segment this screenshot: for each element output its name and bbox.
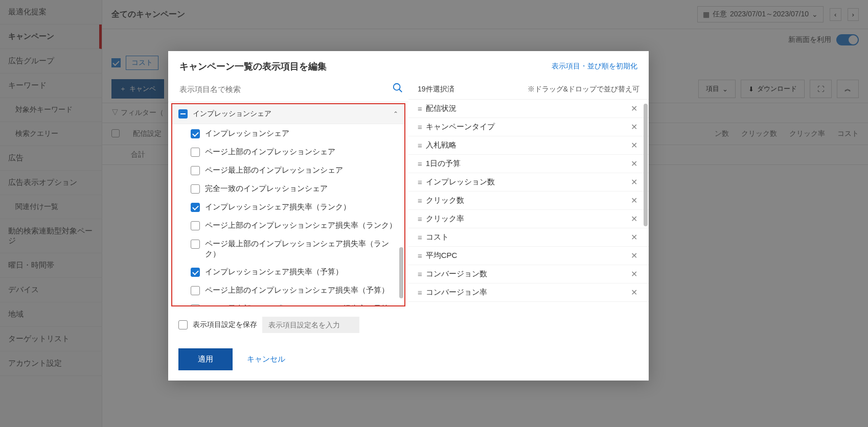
drag-handle-icon[interactable]: ≡ (418, 141, 421, 150)
column-option-row[interactable]: ページ上部のインプレッションシェア (172, 143, 404, 161)
column-option-label: インプレッションシェア損失率（予算） (205, 267, 343, 277)
column-option-row[interactable]: インプレッションシェア損失率（予算） (172, 263, 404, 281)
save-settings-checkbox[interactable] (178, 320, 188, 329)
column-option-checkbox[interactable] (191, 268, 200, 277)
remove-column-button[interactable]: ✕ (629, 251, 639, 260)
drag-handle-icon[interactable]: ≡ (418, 159, 421, 168)
remove-column-button[interactable]: ✕ (629, 104, 639, 113)
modal-title: キャンペーン一覧の表示項目を編集 (179, 60, 327, 73)
svg-point-0 (394, 84, 400, 90)
remove-column-button[interactable]: ✕ (629, 140, 639, 150)
selected-column-row[interactable]: ≡1日の予算✕ (408, 155, 649, 173)
selected-column-label: コンバージョン数 (426, 269, 487, 279)
remove-column-button[interactable]: ✕ (629, 288, 639, 297)
selected-column-row[interactable]: ≡クリック数✕ (408, 192, 649, 210)
column-option-label: ページ上部のインプレッションシェア (205, 147, 335, 157)
selected-column-row[interactable]: ≡コスト✕ (408, 228, 649, 247)
drag-handle-icon[interactable]: ≡ (418, 288, 421, 297)
column-option-row[interactable]: インプレッションシェア損失率（ランク） (172, 198, 404, 216)
svg-line-1 (399, 89, 402, 92)
column-option-label: ページ最上部のインプレッションシェア (205, 165, 343, 175)
reorder-note: ※ドラッグ&ドロップで並び替え可 (528, 85, 639, 94)
column-option-checkbox[interactable] (191, 129, 200, 138)
cancel-link[interactable]: キャンセル (247, 354, 285, 364)
drag-handle-icon[interactable]: ≡ (418, 196, 421, 205)
column-option-checkbox[interactable] (191, 304, 200, 306)
column-option-row[interactable]: ページ最上部のインプレッションシェア損失率（予算） (172, 299, 404, 306)
selected-column-label: 平均CPC (426, 251, 458, 260)
selected-column-label: コスト (426, 232, 449, 242)
drag-handle-icon[interactable]: ≡ (418, 251, 421, 260)
column-option-row[interactable]: ページ最上部のインプレッションシェア (172, 161, 404, 179)
edit-columns-modal: キャンペーン一覧の表示項目を編集 表示項目・並び順を初期化 インプレッションシェ… (168, 51, 649, 381)
drag-handle-icon[interactable]: ≡ (418, 270, 421, 278)
save-settings-label: 表示項目設定を保存 (193, 320, 257, 329)
selected-column-label: キャンペーンタイプ (426, 122, 495, 132)
available-columns-panel: インプレッションシェア ⌃ インプレッションシェアページ上部のインプレッションシ… (171, 103, 405, 306)
column-option-row[interactable]: インプレッションシェア (172, 124, 404, 143)
column-option-checkbox[interactable] (191, 221, 200, 230)
remove-column-button[interactable]: ✕ (629, 177, 639, 187)
selected-column-label: インプレッション数 (426, 177, 495, 187)
drag-handle-icon[interactable]: ≡ (418, 123, 421, 131)
column-option-checkbox[interactable] (191, 240, 200, 249)
drag-handle-icon[interactable]: ≡ (418, 178, 421, 186)
remove-column-button[interactable]: ✕ (629, 232, 639, 242)
selected-columns-panel: ≡配信状況✕≡キャンペーンタイプ✕≡入札戦略✕≡1日の予算✕≡インプレッション数… (408, 100, 649, 303)
search-icon[interactable] (392, 82, 403, 96)
column-search-input[interactable] (177, 82, 392, 97)
column-option-label: インプレッションシェア損失率（ランク） (205, 202, 351, 212)
column-option-checkbox[interactable] (191, 166, 200, 175)
selected-count: 19件選択済 (418, 85, 454, 94)
scrollbar[interactable] (399, 247, 403, 298)
column-option-row[interactable]: 完全一致のインプレッションシェア (172, 179, 404, 198)
column-option-label: 完全一致のインプレッションシェア (205, 183, 328, 194)
drag-handle-icon[interactable]: ≡ (418, 233, 421, 242)
remove-column-button[interactable]: ✕ (629, 196, 639, 205)
indeterminate-checkbox-icon[interactable] (178, 109, 188, 118)
selected-column-row[interactable]: ≡配信状況✕ (408, 100, 649, 118)
remove-column-button[interactable]: ✕ (629, 214, 639, 224)
column-option-checkbox[interactable] (191, 184, 200, 194)
selected-column-row[interactable]: ≡インプレッション数✕ (408, 173, 649, 192)
selected-column-label: 1日の予算 (426, 159, 461, 169)
selected-column-row[interactable]: ≡コンバージョン率✕ (408, 283, 649, 302)
column-option-checkbox[interactable] (191, 203, 200, 212)
column-option-label: ページ最上部のインプレッションシェア損失率（予算） (205, 303, 397, 306)
column-option-label: インプレッションシェア (205, 128, 289, 138)
selected-column-row[interactable]: ≡コンバージョン数✕ (408, 265, 649, 283)
column-option-row[interactable]: ページ上部のインプレッションシェア損失率（予算） (172, 281, 404, 299)
column-option-label: ページ最上部のインプレッションシェア損失率（ランク） (205, 239, 398, 258)
selected-column-label: クリック率 (426, 214, 464, 224)
category-header-impression-share[interactable]: インプレッションシェア ⌃ (172, 104, 404, 124)
selected-column-row[interactable]: ≡平均CPC✕ (408, 247, 649, 265)
save-settings-name-input[interactable] (262, 317, 359, 333)
column-option-label: ページ上部のインプレッションシェア損失率（ランク） (205, 220, 397, 230)
remove-column-button[interactable]: ✕ (629, 122, 639, 132)
selected-column-row[interactable]: ≡クリック率✕ (408, 210, 649, 228)
column-option-row[interactable]: ページ上部のインプレッションシェア損失率（ランク） (172, 216, 404, 234)
selected-column-label: 配信状況 (426, 104, 456, 113)
drag-handle-icon[interactable]: ≡ (418, 104, 421, 113)
apply-button[interactable]: 適用 (178, 348, 233, 370)
category-label: インプレッションシェア (193, 109, 271, 118)
drag-handle-icon[interactable]: ≡ (418, 215, 421, 223)
scrollbar[interactable] (644, 104, 648, 226)
selected-column-label: コンバージョン率 (426, 288, 487, 297)
selected-column-row[interactable]: ≡入札戦略✕ (408, 136, 649, 155)
column-option-checkbox[interactable] (191, 286, 200, 295)
selected-column-label: 入札戦略 (426, 140, 456, 150)
remove-column-button[interactable]: ✕ (629, 269, 639, 279)
chevron-up-icon: ⌃ (393, 110, 398, 117)
selected-column-row[interactable]: ≡キャンペーンタイプ✕ (408, 118, 649, 136)
column-option-row[interactable]: ページ最上部のインプレッションシェア損失率（ランク） (172, 234, 404, 263)
reset-columns-link[interactable]: 表示項目・並び順を初期化 (552, 62, 637, 71)
selected-column-label: クリック数 (426, 196, 464, 205)
column-option-label: ページ上部のインプレッションシェア損失率（予算） (205, 285, 389, 295)
remove-column-button[interactable]: ✕ (629, 159, 639, 169)
column-option-checkbox[interactable] (191, 148, 200, 157)
